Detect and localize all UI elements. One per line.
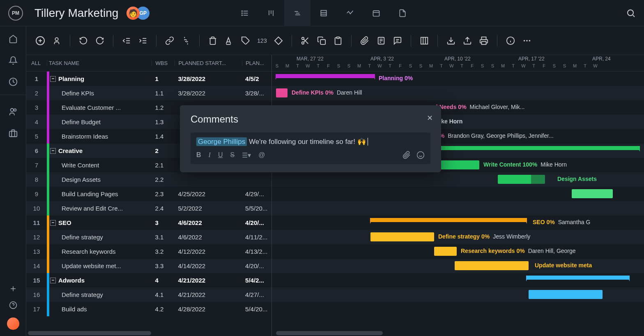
task-name-cell[interactable]: Define strategy xyxy=(49,234,152,241)
col-header-wbs[interactable]: WBS xyxy=(152,60,175,66)
table-row[interactable]: 1−Planning13/28/20224/5/2 xyxy=(26,72,271,86)
list-view-tab[interactable] xyxy=(232,0,258,26)
attach-file-icon[interactable] xyxy=(402,151,411,159)
briefcase-icon[interactable] xyxy=(9,129,18,138)
task-bar[interactable] xyxy=(370,232,434,241)
collapse-icon[interactable]: − xyxy=(50,76,56,82)
bold-icon[interactable]: B xyxy=(196,151,201,159)
app-logo[interactable]: PM xyxy=(8,6,23,21)
table-row[interactable]: 2Define KPIs1.13/28/20223/28/... xyxy=(26,86,271,100)
gantt-row[interactable] xyxy=(272,187,644,201)
table-row[interactable]: 13Research keywords3.24/12/20224/13/2... xyxy=(26,244,271,259)
assign-icon[interactable] xyxy=(51,35,62,46)
avatar[interactable]: 🧑 xyxy=(126,7,140,20)
dashboard-view-tab[interactable] xyxy=(337,0,363,26)
close-icon[interactable]: ✕ xyxy=(427,114,433,123)
task-name-cell[interactable]: −Planning xyxy=(49,75,152,82)
task-name-cell[interactable]: −SEO xyxy=(49,219,152,226)
bell-icon[interactable] xyxy=(9,56,18,65)
team-icon[interactable] xyxy=(9,107,18,116)
task-name-cell[interactable]: Write Content xyxy=(49,162,152,169)
gantt-row[interactable]: Design Assets xyxy=(272,172,644,187)
collapse-icon[interactable]: − xyxy=(50,278,56,283)
table-row[interactable]: 9Build Landing Pages2.34/25/20224/29/... xyxy=(26,187,271,201)
comment-input[interactable]: George Phillips We're following our time… xyxy=(191,132,430,164)
table-row[interactable]: 8Design Assets2.2 xyxy=(26,172,271,187)
outdent-icon[interactable] xyxy=(121,35,132,46)
task-bar[interactable] xyxy=(498,175,545,184)
col-header-name[interactable]: TASK NAME xyxy=(47,60,152,66)
trash-icon[interactable] xyxy=(207,35,218,46)
link-icon[interactable] xyxy=(164,35,175,46)
task-bar[interactable] xyxy=(276,88,288,97)
summary-bar[interactable] xyxy=(434,146,639,150)
gantt-row[interactable]: Planning 0% xyxy=(272,72,644,86)
col-header-all[interactable]: ALL xyxy=(26,60,47,66)
info-icon[interactable] xyxy=(505,35,516,46)
undo-icon[interactable] xyxy=(78,35,89,46)
task-bar[interactable] xyxy=(529,290,603,299)
gantt-scrollbar[interactable] xyxy=(276,331,383,335)
table-row[interactable]: 10Review and Edit Cre...2.45/2/20225/5/2… xyxy=(26,201,271,216)
task-name-cell[interactable]: Design Assets xyxy=(49,176,152,183)
task-name-cell[interactable]: −Adwords xyxy=(49,277,152,284)
summary-bar[interactable] xyxy=(527,276,629,280)
gantt-row[interactable] xyxy=(272,302,644,316)
columns-icon[interactable] xyxy=(419,35,430,46)
collaborator-avatars[interactable]: 🧑 GP xyxy=(126,7,150,20)
task-name-cell[interactable]: Define KPIs xyxy=(49,90,152,97)
user-avatar[interactable] xyxy=(7,317,19,330)
export-icon[interactable] xyxy=(462,35,473,46)
search-icon[interactable] xyxy=(626,8,636,18)
task-bar[interactable] xyxy=(434,247,457,256)
task-name-cell[interactable]: −Creative xyxy=(49,147,152,154)
file-view-tab[interactable] xyxy=(389,0,416,26)
board-view-tab[interactable] xyxy=(258,0,284,26)
attach-icon[interactable] xyxy=(359,35,370,46)
task-bar[interactable] xyxy=(455,261,529,270)
task-name-cell[interactable]: Define Budget xyxy=(49,118,152,125)
italic-icon[interactable]: I xyxy=(209,151,211,159)
task-name-cell[interactable]: Brainstorm Ideas xyxy=(49,133,152,140)
copy-icon[interactable] xyxy=(316,35,327,46)
tag-icon[interactable] xyxy=(240,35,251,46)
task-name-cell[interactable]: Define strategy xyxy=(49,291,152,298)
gantt-row[interactable] xyxy=(272,201,644,216)
calendar-view-tab[interactable] xyxy=(363,0,389,26)
task-name-cell[interactable]: Build ads xyxy=(49,306,152,313)
table-row[interactable]: 12Define strategy3.14/6/20224/11/2... xyxy=(26,230,271,244)
gantt-row[interactable]: Define strategy 0%Jess Wimberly xyxy=(272,230,644,244)
task-name-cell[interactable]: Update website met... xyxy=(49,262,152,269)
gantt-row[interactable]: Update website meta xyxy=(272,259,644,273)
notes-icon[interactable] xyxy=(375,35,387,46)
gantt-row[interactable]: Define KPIs 0%Daren Hill xyxy=(272,86,644,100)
mention-icon[interactable]: @ xyxy=(258,151,265,159)
clock-icon[interactable] xyxy=(0,77,26,95)
task-name-cell[interactable]: Evaluate Customer ... xyxy=(49,104,152,111)
indent-icon[interactable] xyxy=(137,35,149,46)
list-format-icon[interactable]: ☰▾ xyxy=(242,151,251,159)
cut-icon[interactable] xyxy=(299,35,311,46)
unlink-icon[interactable] xyxy=(180,35,192,46)
collapse-icon[interactable]: − xyxy=(50,148,56,154)
mention-chip[interactable]: George Phillips xyxy=(196,137,247,146)
task-name-cell[interactable]: Review and Edit Cre... xyxy=(49,205,152,212)
table-row[interactable]: 15−Adwords44/21/20225/4/2... xyxy=(26,273,271,287)
comment-text-content[interactable]: George Phillips We're following our time… xyxy=(196,137,425,146)
gantt-row[interactable]: SEO 0%Samantha G xyxy=(272,216,644,230)
comment-icon[interactable] xyxy=(392,35,403,46)
redo-icon[interactable] xyxy=(94,35,106,46)
font-icon[interactable] xyxy=(223,35,235,46)
more-icon[interactable] xyxy=(521,35,533,46)
col-header-start[interactable]: PLANNED START... xyxy=(175,60,242,66)
table-row[interactable]: 17Build ads4.24/28/20225/4/20... xyxy=(26,302,271,316)
task-name-cell[interactable]: Research keywords xyxy=(49,248,152,255)
summary-bar[interactable] xyxy=(370,218,527,222)
table-scrollbar[interactable] xyxy=(28,331,151,335)
help-icon[interactable] xyxy=(9,301,17,309)
import-icon[interactable] xyxy=(445,35,457,46)
task-bar[interactable] xyxy=(572,189,613,198)
sheet-view-tab[interactable] xyxy=(310,0,337,26)
emoji-icon[interactable] xyxy=(416,151,425,159)
task-name-cell[interactable]: Build Landing Pages xyxy=(49,190,152,197)
